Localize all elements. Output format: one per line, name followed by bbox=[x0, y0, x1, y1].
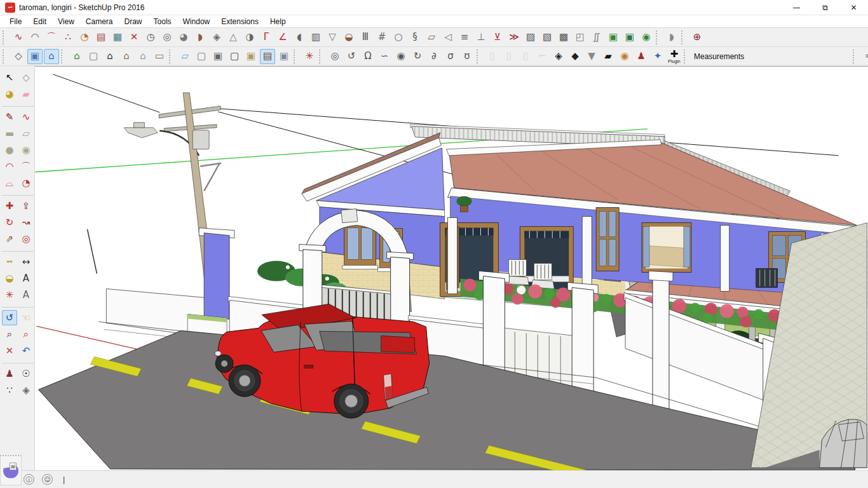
follow-me-icon[interactable]: ↝ bbox=[18, 215, 34, 230]
rectangle-icon[interactable]: ▬ bbox=[2, 126, 17, 141]
menu-window[interactable]: Window bbox=[177, 16, 216, 27]
plugin-plus-icon[interactable]: ✚Plugin bbox=[667, 49, 682, 64]
view-iso-icon[interactable]: ⌂ bbox=[69, 49, 85, 64]
push-pull-icon[interactable]: ⇪ bbox=[18, 198, 34, 214]
globe-tool-icon[interactable]: ⊕ bbox=[689, 30, 705, 45]
black-parallelogram-icon[interactable]: ▰ bbox=[600, 49, 616, 64]
paint-wrap-icon[interactable]: ◒ bbox=[341, 30, 356, 45]
view-front-icon[interactable]: ⌂ bbox=[102, 49, 118, 64]
view-top-icon[interactable]: ▭ bbox=[152, 49, 167, 64]
orbit-icon[interactable]: ↺ bbox=[2, 310, 17, 325]
paint-bucket-icon[interactable]: ◕ bbox=[2, 86, 17, 102]
scurve-offset-icon[interactable]: ≃ bbox=[861, 49, 868, 64]
modeling-viewport[interactable] bbox=[35, 66, 868, 470]
three-d-text-icon[interactable]: A bbox=[18, 287, 34, 302]
pin-anchor-icon[interactable]: ⊥ bbox=[473, 30, 489, 45]
funnel-lamp-icon[interactable]: ▼ bbox=[584, 49, 599, 64]
freehand-icon[interactable]: ∿ bbox=[18, 109, 34, 125]
arrow-export-icon[interactable]: ◰ bbox=[573, 30, 588, 45]
extrude-tool-icon[interactable]: ◔ bbox=[77, 30, 92, 45]
menu-edit[interactable]: Edit bbox=[27, 16, 52, 27]
position-camera-icon[interactable]: ♟ bbox=[2, 366, 17, 381]
spiral-cw-icon[interactable]: ↻ bbox=[410, 49, 425, 64]
flip-curve-icon[interactable]: ◖ bbox=[292, 30, 307, 45]
sculpt-ball-icon[interactable]: ◕ bbox=[176, 30, 191, 45]
cone-make-icon[interactable]: ▽ bbox=[325, 30, 340, 45]
spiral-sigma-icon[interactable]: σ bbox=[443, 49, 458, 64]
measurements-input[interactable] bbox=[750, 50, 851, 63]
restore-button[interactable]: ⧉ bbox=[811, 0, 839, 15]
spiral-open-icon[interactable]: ↺ bbox=[344, 49, 359, 64]
line-icon[interactable]: ✎ bbox=[2, 109, 17, 125]
terrain-green-a-icon[interactable]: ▣ bbox=[606, 30, 621, 45]
polygon-icon[interactable]: ◉ bbox=[18, 142, 34, 158]
style-monochrome-icon[interactable]: ▣ bbox=[276, 49, 292, 64]
axes-icon[interactable]: ✳ bbox=[2, 287, 17, 302]
move-icon[interactable]: ✚ bbox=[2, 198, 17, 214]
cage-edit-icon[interactable]: ▥ bbox=[308, 30, 323, 45]
terrain-green-b-icon[interactable]: ▣ bbox=[622, 30, 637, 45]
arc-adjust-icon[interactable]: ⌒ bbox=[44, 30, 59, 45]
spiral-hook-icon[interactable]: ʊ bbox=[459, 49, 475, 64]
fur-maker-icon[interactable]: ✳ bbox=[302, 49, 317, 64]
view-right-icon[interactable]: ⌂ bbox=[119, 49, 134, 64]
menu-camera[interactable]: Camera bbox=[80, 16, 119, 27]
figure-model-icon[interactable]: ♟ bbox=[634, 49, 649, 64]
dimension-icon[interactable]: ↔ bbox=[18, 254, 34, 269]
screw-tool-icon[interactable]: § bbox=[407, 30, 423, 45]
hatch-a-icon[interactable]: ▨ bbox=[523, 30, 538, 45]
spiral-partial-icon[interactable]: ∂ bbox=[426, 49, 442, 64]
shelf-array-icon[interactable]: ≡ bbox=[457, 30, 472, 45]
style-hiddenline-icon[interactable]: ▢ bbox=[227, 49, 242, 64]
goggles-icon[interactable]: ◎ bbox=[159, 30, 175, 45]
view-left-icon[interactable]: ⌂ bbox=[135, 49, 151, 64]
door-hook-icon[interactable]: ⌐ bbox=[534, 49, 550, 64]
textured-box-icon[interactable]: ▣ bbox=[27, 49, 43, 64]
spiral-s-icon[interactable]: ∽ bbox=[377, 49, 392, 64]
iso-house-icon[interactable]: ⌂ bbox=[44, 49, 59, 64]
previous-view-icon[interactable]: ↶ bbox=[18, 343, 34, 358]
minimize-button[interactable]: — bbox=[782, 0, 811, 15]
select-icon[interactable]: ↖ bbox=[2, 70, 17, 85]
taper-tool-icon[interactable]: △ bbox=[226, 30, 241, 45]
close-button[interactable]: ✕ bbox=[839, 0, 868, 15]
door-panel-c-icon[interactable]: ▯ bbox=[518, 49, 533, 64]
history-clock-icon[interactable]: ◷ bbox=[143, 30, 158, 45]
style-diamond-icon[interactable]: ◇ bbox=[11, 49, 26, 64]
prism-tool-icon[interactable]: ◁ bbox=[440, 30, 456, 45]
text-icon[interactable]: A bbox=[18, 271, 34, 286]
vertex-merge-icon[interactable]: ⊻ bbox=[490, 30, 505, 45]
spiral-omega-icon[interactable]: Ω bbox=[360, 49, 376, 64]
door-panel-a-icon[interactable]: ▯ bbox=[485, 49, 500, 64]
spiral-flat-icon[interactable]: ◎ bbox=[327, 49, 342, 64]
shape-bender-icon[interactable]: ◠ bbox=[27, 30, 43, 45]
scale-icon[interactable]: ⇗ bbox=[2, 231, 17, 247]
look-around-icon[interactable]: ☉ bbox=[18, 366, 34, 381]
grid-tool-icon[interactable]: # bbox=[374, 30, 390, 45]
pipe-tool-icon[interactable]: ◗ bbox=[193, 30, 208, 45]
style-wireframe-icon[interactable]: ▢ bbox=[194, 49, 209, 64]
vegetation-green-icon[interactable]: ◉ bbox=[639, 30, 654, 45]
rotate-icon[interactable]: ↻ bbox=[2, 215, 17, 230]
sign-in-icon[interactable]: ☺ bbox=[42, 474, 53, 485]
smart-layers-icon[interactable]: ▦ bbox=[110, 30, 125, 45]
menu-view[interactable]: View bbox=[52, 16, 80, 27]
hatch-b-icon[interactable]: ▧ bbox=[539, 30, 555, 45]
style-shaded-icon[interactable]: ▣ bbox=[243, 49, 259, 64]
view-back-icon[interactable]: ▢ bbox=[86, 49, 101, 64]
weld-edges-icon[interactable]: ∿ bbox=[11, 30, 26, 45]
three-point-arc-icon[interactable]: ⌓ bbox=[2, 175, 17, 191]
solid-box-icon[interactable]: ◈ bbox=[209, 30, 224, 45]
two-point-arc-icon[interactable]: ⌒ bbox=[18, 159, 34, 174]
spiral-dense-icon[interactable]: ◉ bbox=[393, 49, 409, 64]
zoom-window-icon[interactable]: ⌕ bbox=[18, 327, 34, 342]
model-info-icon[interactable]: ⓘ bbox=[24, 474, 34, 485]
wrap-tool-icon[interactable]: ◑ bbox=[242, 30, 257, 45]
style-textures-icon[interactable]: ▤ bbox=[260, 49, 275, 64]
pie-icon[interactable]: ◔ bbox=[18, 175, 34, 191]
plane-shear-icon[interactable]: ▱ bbox=[424, 30, 439, 45]
menu-file[interactable]: File bbox=[4, 16, 27, 27]
menu-draw[interactable]: Draw bbox=[119, 16, 148, 27]
make-component-icon[interactable]: ◇ bbox=[18, 70, 34, 85]
tape-measure-icon[interactable]: ╍ bbox=[2, 254, 17, 269]
